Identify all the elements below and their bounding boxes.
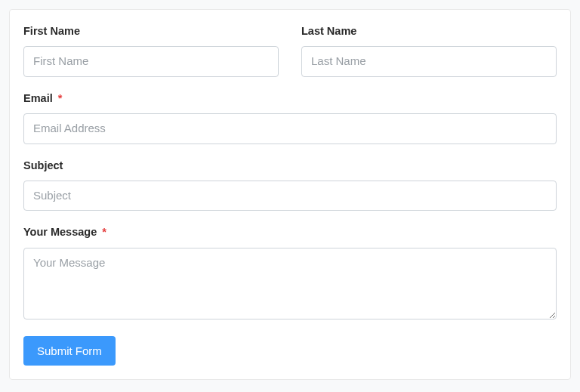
email-input[interactable] bbox=[23, 113, 557, 144]
subject-group: Subject bbox=[23, 158, 557, 211]
message-label: Your Message * bbox=[23, 224, 557, 239]
name-row: First Name Last Name bbox=[23, 23, 557, 91]
contact-form-card: First Name Last Name Email * Subject You… bbox=[9, 9, 571, 380]
last-name-label: Last Name bbox=[301, 23, 557, 39]
required-indicator-icon: * bbox=[58, 92, 63, 104]
message-textarea[interactable] bbox=[23, 248, 557, 319]
message-group: Your Message * bbox=[23, 224, 557, 322]
message-label-text: Your Message bbox=[23, 226, 97, 238]
first-name-label: First Name bbox=[23, 23, 279, 39]
first-name-input[interactable] bbox=[23, 46, 279, 77]
email-label-text: Email bbox=[23, 92, 53, 104]
last-name-input[interactable] bbox=[301, 46, 557, 77]
required-indicator-icon: * bbox=[102, 226, 106, 238]
submit-button[interactable]: Submit Form bbox=[23, 336, 116, 366]
email-label: Email * bbox=[23, 91, 557, 106]
subject-label: Subject bbox=[23, 158, 557, 173]
first-name-group: First Name bbox=[23, 23, 279, 77]
subject-input[interactable] bbox=[23, 181, 557, 211]
last-name-group: Last Name bbox=[301, 23, 557, 77]
email-group: Email * bbox=[23, 91, 557, 144]
